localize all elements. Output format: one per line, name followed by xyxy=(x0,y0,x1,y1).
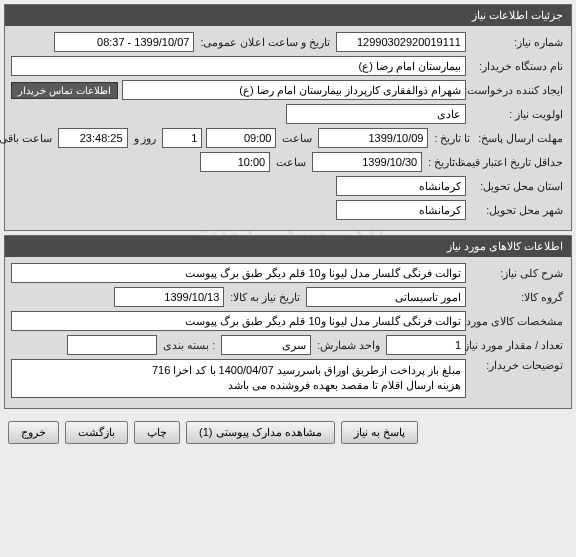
deadline-time-field[interactable] xyxy=(206,128,276,148)
buyer-notes-label: توضیحات خریدار: xyxy=(470,359,565,371)
qty-field[interactable] xyxy=(386,335,466,355)
spec-field[interactable] xyxy=(11,311,466,331)
unit-field[interactable] xyxy=(221,335,311,355)
need-number-field[interactable] xyxy=(336,32,466,52)
desc-field[interactable] xyxy=(11,263,466,283)
time-label-2: ساعت xyxy=(274,156,308,168)
unit-label: واحد شمارش: xyxy=(315,339,382,351)
deadline-label: مهلت ارسال پاسخ: xyxy=(476,132,565,144)
pack-field[interactable] xyxy=(67,335,157,355)
spec-label: مشخصات کالای مورد نیاز: xyxy=(470,315,565,327)
buyer-notes-field[interactable]: مبلغ باز پرداخت ازطریق اوراق باسررسید 14… xyxy=(11,359,466,398)
org-field[interactable] xyxy=(11,56,466,76)
need-number-label: شماره نیاز: xyxy=(470,36,565,48)
delivery-city-label: شهر محل تحویل: xyxy=(470,204,565,216)
org-label: نام دستگاه خریدار: xyxy=(470,60,565,72)
contact-button[interactable]: اطلاعات تماس خریدار xyxy=(11,82,118,99)
priority-label: اولویت نیاز : xyxy=(470,108,565,120)
creator-label: ایجاد کننده درخواست: xyxy=(470,84,565,96)
exit-button[interactable]: خروج xyxy=(8,421,59,444)
priority-field[interactable] xyxy=(286,104,466,124)
min-validity-label: حداقل تاریخ اعتبار قیمت: xyxy=(470,156,565,169)
attachments-button[interactable]: مشاهده مدارک پیوستی (1) xyxy=(186,421,335,444)
qty-label: تعداد / مقدار مورد نیاز: xyxy=(470,339,565,351)
group-field[interactable] xyxy=(306,287,466,307)
need-info-panel: جزئیات اطلاعات نیاز شماره نیاز: تاریخ و … xyxy=(4,4,572,231)
announce-field[interactable] xyxy=(54,32,194,52)
delivery-province-field[interactable] xyxy=(336,176,466,196)
group-label: گروه کالا: xyxy=(470,291,565,303)
goods-info-panel: اطلاعات کالاهای مورد نیاز شرح کلی نیاز: … xyxy=(4,235,572,409)
remaining-label: ساعت باقی مانده xyxy=(0,132,54,144)
respond-button[interactable]: پاسخ به نیاز xyxy=(341,421,418,444)
pack-label: : بسته بندی xyxy=(161,339,217,351)
validity-time-field[interactable] xyxy=(200,152,270,172)
goods-info-header: اطلاعات کالاهای مورد نیاز xyxy=(5,236,571,257)
button-bar: پاسخ به نیاز مشاهده مدارک پیوستی (1) چاپ… xyxy=(0,413,576,452)
back-button[interactable]: بازگشت xyxy=(65,421,128,444)
delivery-province-label: استان محل تحویل: xyxy=(470,180,565,192)
days-left-field[interactable] xyxy=(162,128,202,148)
hours-left-field[interactable] xyxy=(58,128,128,148)
validity-date-field[interactable] xyxy=(312,152,422,172)
deadline-date-field[interactable] xyxy=(318,128,428,148)
desc-label: شرح کلی نیاز: xyxy=(470,267,565,279)
day-label: روز و xyxy=(132,132,159,144)
to-date-label-2: تا تاریخ : xyxy=(426,156,466,168)
need-by-label: تاریخ نیاز به کالا: xyxy=(228,291,302,303)
delivery-city-field[interactable] xyxy=(336,200,466,220)
creator-field[interactable] xyxy=(122,80,466,100)
to-date-label: تا تاریخ : xyxy=(432,132,472,144)
announce-label: تاریخ و ساعت اعلان عمومی: xyxy=(198,36,332,48)
print-button[interactable]: چاپ xyxy=(134,421,180,444)
need-by-field[interactable] xyxy=(114,287,224,307)
need-info-header: جزئیات اطلاعات نیاز xyxy=(5,5,571,26)
time-label-1: ساعت xyxy=(280,132,314,144)
